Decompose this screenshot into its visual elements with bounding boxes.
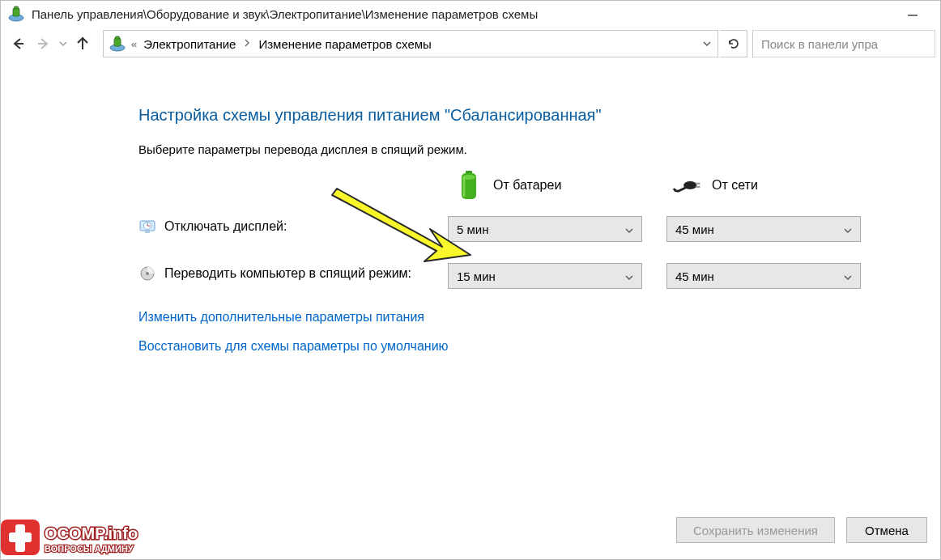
svg-rect-2 <box>15 6 19 9</box>
select-sleep-battery[interactable]: 15 мин <box>448 263 642 289</box>
watermark-line1: OCOMP.info <box>45 524 138 542</box>
monitor-icon <box>138 218 156 235</box>
select-value: 15 мин <box>457 269 496 283</box>
refresh-button[interactable] <box>720 30 747 57</box>
links-section: Изменить дополнительные параметры питани… <box>138 310 916 354</box>
svg-rect-15 <box>696 183 700 185</box>
select-display-off-plugged[interactable]: 45 мин <box>666 216 861 242</box>
chevron-down-icon <box>844 269 852 283</box>
svg-rect-9 <box>116 36 120 39</box>
row-sleep: Переводить компьютер в спящий режим: 15 … <box>138 263 916 289</box>
svg-point-23 <box>146 272 149 275</box>
link-advanced-power-settings[interactable]: Изменить дополнительные параметры питани… <box>138 310 916 325</box>
search-box[interactable] <box>752 30 935 57</box>
watermark-badge: OCOMP.info ВОПРОСЫ АДМИНУ <box>1 511 179 559</box>
power-options-icon <box>7 5 25 23</box>
content-area: Настройка схемы управления питанием "Сба… <box>138 106 916 368</box>
plug-icon <box>673 171 702 200</box>
svg-point-14 <box>683 181 696 189</box>
chevron-down-icon <box>625 223 633 236</box>
forward-button[interactable] <box>32 32 56 56</box>
chevron-down-icon <box>625 269 633 283</box>
svg-rect-8 <box>114 38 121 46</box>
back-button[interactable] <box>6 32 30 56</box>
search-input[interactable] <box>761 37 926 51</box>
select-value: 45 мин <box>675 269 714 283</box>
link-restore-defaults[interactable]: Восстановить для схемы параметры по умол… <box>138 339 916 354</box>
breadcrumb-item[interactable]: Электропитание <box>142 37 237 51</box>
up-button[interactable] <box>70 32 95 56</box>
minimize-button[interactable] <box>896 7 929 23</box>
select-value: 5 мин <box>457 223 489 236</box>
column-headers: От батареи От сети <box>454 171 916 200</box>
svg-rect-21 <box>145 231 150 233</box>
svg-rect-16 <box>696 186 700 188</box>
navigation-bar: « Электропитание Изменение параметров сх… <box>1 27 940 61</box>
chevron-down-icon <box>844 223 852 236</box>
page-title: Настройка схемы управления питанием "Сба… <box>138 106 916 125</box>
column-battery: От батареи <box>454 171 673 200</box>
save-button[interactable]: Сохранить изменения <box>676 517 835 543</box>
address-bar[interactable]: « Электропитание Изменение параметров сх… <box>103 30 718 57</box>
svg-rect-13 <box>463 177 466 197</box>
cancel-button[interactable]: Отмена <box>846 517 927 543</box>
row-sleep-label: Переводить компьютер в спящий режим: <box>164 263 448 281</box>
history-dropdown[interactable] <box>57 40 69 48</box>
row-display-off: Отключать дисплей: 5 мин 45 мин <box>138 216 916 242</box>
window-title: Панель управления\Оборудование и звук\Эл… <box>32 7 538 21</box>
svg-rect-26 <box>9 532 32 542</box>
window-titlebar: Панель управления\Оборудование и звук\Эл… <box>1 1 940 27</box>
column-plugged-label: От сети <box>712 178 758 193</box>
select-sleep-plugged[interactable]: 45 мин <box>666 263 861 289</box>
column-battery-label: От батареи <box>493 178 561 193</box>
page-subtitle: Выберите параметры перевода дисплея в сп… <box>138 142 916 156</box>
chevron-right-icon[interactable] <box>237 38 257 49</box>
sleep-icon <box>138 265 156 282</box>
footer-buttons: Сохранить изменения Отмена <box>676 507 927 553</box>
select-value: 45 мин <box>675 223 714 236</box>
battery-icon <box>454 171 483 200</box>
watermark-line2: ВОПРОСЫ АДМИНУ <box>45 544 134 554</box>
breadcrumb-overflow-icon[interactable]: « <box>131 38 137 50</box>
power-options-icon <box>109 35 126 53</box>
address-dropdown[interactable] <box>696 31 717 57</box>
row-display-off-label: Отключать дисплей: <box>164 216 448 234</box>
svg-rect-1 <box>13 8 19 16</box>
breadcrumb-item[interactable]: Изменение параметров схемы <box>257 37 432 51</box>
control-panel-window: Панель управления\Оборудование и звук\Эл… <box>0 0 941 560</box>
column-plugged: От сети <box>673 171 892 200</box>
select-display-off-battery[interactable]: 5 мин <box>448 216 642 242</box>
